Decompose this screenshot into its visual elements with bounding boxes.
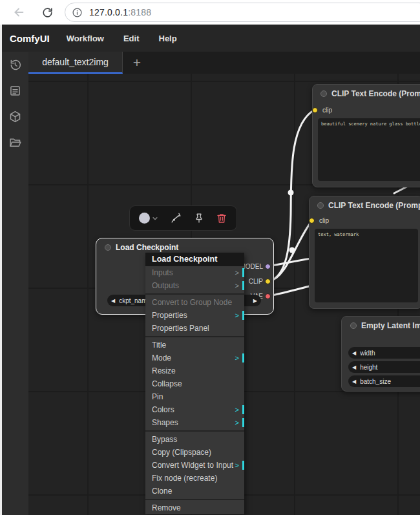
model-output-slot[interactable]: [265, 264, 271, 269]
sidebar-item-model-library[interactable]: [8, 109, 23, 124]
sidebar-item-workflows[interactable]: [8, 134, 23, 150]
node-title: CLIP Text Encode (Prompt): [331, 89, 420, 98]
clip-input-slot[interactable]: [309, 218, 315, 224]
submenu-bar: [242, 461, 244, 470]
node-clip-text-encode-positive[interactable]: CLIP Text Encode (Prompt) clip beautiful…: [312, 84, 420, 187]
submenu-bar: [242, 418, 244, 427]
node-color-button[interactable]: [139, 213, 158, 224]
chevron-down-icon: [152, 215, 158, 222]
menu-separator: [145, 430, 244, 432]
submenu-arrow-icon: >: [235, 266, 239, 279]
vae-output-slot[interactable]: [265, 293, 271, 299]
menu-item-convert-widget-to-input[interactable]: Convert Widget to Input >: [145, 459, 244, 472]
submenu-arrow-icon: >: [235, 403, 239, 416]
node-title: Empty Latent Image: [361, 321, 420, 330]
menu-item-copy-clipspace[interactable]: Copy (Clipspace): [145, 446, 244, 459]
menu-item-convert-to-group-node[interactable]: Convert to Group Node: [145, 296, 244, 309]
menu-item-collapse[interactable]: Collapse: [145, 377, 244, 390]
sidebar-item-history[interactable]: [8, 57, 23, 72]
workflow-tab-bar: default_text2img +: [28, 52, 420, 74]
menu-item-properties-panel[interactable]: Properties Panel: [145, 322, 244, 335]
clip-input-slot[interactable]: [312, 107, 318, 113]
queue-icon: [8, 84, 22, 98]
menu-item-inputs[interactable]: Inputs >: [145, 266, 244, 279]
prompt-textarea[interactable]: text, watermark: [315, 229, 418, 302]
menu-item-label: Remove: [152, 503, 181, 512]
workflows-folder-icon: [8, 136, 22, 149]
menu-item-label: Inputs: [152, 268, 173, 277]
widget-label: height: [360, 364, 377, 371]
decrement-arrow-icon[interactable]: ◀: [348, 364, 360, 370]
link-visibility-button[interactable]: [169, 212, 182, 225]
menu-item-pin[interactable]: Pin: [145, 390, 244, 403]
link-route-icon: [169, 212, 182, 225]
menu-item-label: Shapes: [152, 418, 178, 427]
back-arrow-icon: [12, 5, 26, 19]
link-midpoint-dot[interactable]: [288, 190, 294, 196]
next-value-arrow-icon[interactable]: ▶: [249, 298, 261, 304]
model-library-icon: [8, 110, 22, 123]
menu-item-remove[interactable]: Remove: [145, 501, 244, 514]
node-context-menu: Load Checkpoint Inputs > Outputs > Conve…: [145, 253, 244, 514]
menu-item-label: Mode: [152, 353, 171, 363]
tab-default-text2img[interactable]: default_text2img: [28, 52, 123, 74]
url-port: :8188: [128, 7, 151, 17]
menu-item-clone[interactable]: Clone: [145, 485, 244, 498]
menu-edit[interactable]: Edit: [123, 34, 140, 43]
menu-item-label: Outputs: [152, 281, 179, 290]
collapse-dot[interactable]: [320, 90, 327, 97]
menu-item-shapes[interactable]: Shapes >: [145, 416, 244, 429]
left-sidebar: [2, 52, 28, 515]
comfyui-logo[interactable]: ComfyUI: [10, 33, 50, 44]
plus-icon: +: [133, 55, 141, 70]
menu-item-label: Fix node (recreate): [152, 474, 217, 483]
address-bar[interactable]: 127.0.0.1:8188: [65, 3, 420, 22]
submenu-bar: [242, 268, 244, 277]
new-workflow-button[interactable]: +: [123, 52, 151, 74]
menu-item-bypass[interactable]: Bypass: [145, 433, 244, 446]
back-button[interactable]: [8, 1, 30, 23]
clip-input-label: clip: [319, 217, 329, 224]
menu-item-label: Bypass: [152, 435, 177, 444]
clip-input-label: clip: [322, 107, 332, 114]
menu-item-label: Title: [152, 341, 166, 350]
menu-item-outputs[interactable]: Outputs >: [145, 279, 244, 292]
clip-output-slot[interactable]: [265, 279, 271, 284]
node-clip-text-encode-negative[interactable]: CLIP Text Encode (Prompt) clip text, wat…: [309, 196, 420, 309]
width-widget[interactable]: ◀ width: [348, 347, 420, 359]
prompt-textarea[interactable]: beautiful scenery nature glass bottle: [318, 118, 420, 181]
submenu-arrow-icon: >: [235, 352, 239, 364]
menu-workflow[interactable]: Workflow: [67, 34, 104, 43]
menu-item-fix-node[interactable]: Fix node (recreate): [145, 472, 244, 485]
height-widget[interactable]: ◀ height: [348, 361, 420, 373]
menu-item-label: Resize: [152, 366, 176, 375]
node-title: CLIP Text Encode (Prompt): [328, 201, 420, 210]
menu-item-resize[interactable]: Resize: [145, 364, 244, 377]
delete-button[interactable]: [216, 213, 227, 224]
menu-item-mode[interactable]: Mode >: [145, 352, 244, 364]
link-midpoint-dot[interactable]: [289, 247, 295, 253]
menu-item-label: Convert to Group Node: [152, 298, 232, 307]
menu-item-properties[interactable]: Properties >: [145, 309, 244, 322]
menu-item-label: Properties: [152, 311, 187, 320]
decrement-arrow-icon[interactable]: ◀: [348, 379, 360, 384]
pin-button[interactable]: [193, 213, 205, 224]
menu-help[interactable]: Help: [159, 34, 177, 43]
node-empty-latent-image[interactable]: Empty Latent Image ◀ width ◀ height ◀ ba…: [341, 316, 420, 392]
collapse-dot[interactable]: [105, 244, 111, 251]
graph-canvas[interactable]: default_text2img + CLIP Text Encode (Pro…: [28, 52, 420, 515]
batch-size-widget[interactable]: ◀ batch_size: [348, 375, 420, 387]
sidebar-item-queue[interactable]: [8, 83, 23, 98]
decrement-arrow-icon[interactable]: ◀: [348, 350, 360, 356]
browser-toolbar: 127.0.0.1:8188: [0, 0, 420, 25]
menu-item-colors[interactable]: Colors >: [145, 403, 244, 416]
prev-value-arrow-icon[interactable]: ◀: [107, 298, 119, 304]
history-icon: [8, 58, 22, 72]
collapse-dot[interactable]: [317, 202, 324, 209]
submenu-bar: [242, 311, 244, 320]
refresh-button[interactable]: [36, 1, 58, 23]
pin-icon: [193, 213, 205, 224]
site-info-icon[interactable]: [72, 7, 83, 18]
menu-item-title[interactable]: Title: [145, 339, 244, 352]
collapse-dot[interactable]: [350, 322, 357, 329]
